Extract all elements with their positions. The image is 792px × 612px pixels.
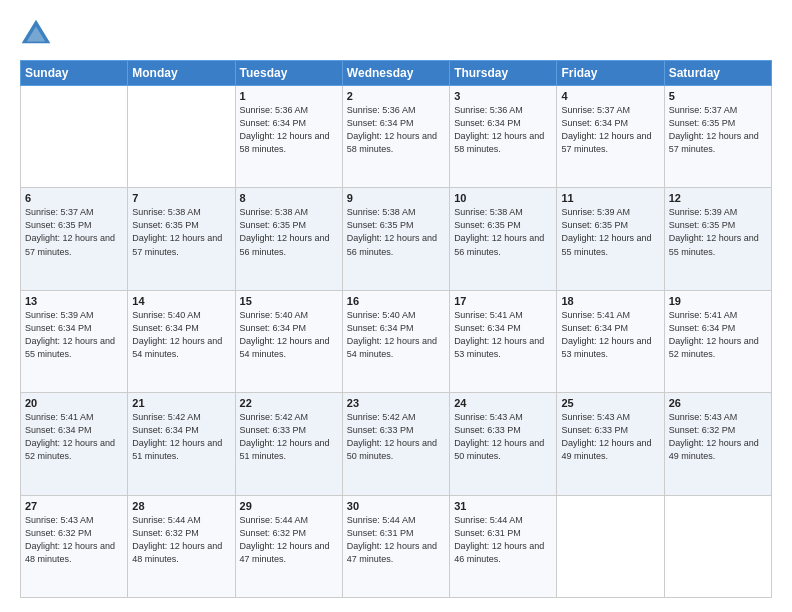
weekday-header-friday: Friday <box>557 61 664 86</box>
day-number: 19 <box>669 295 767 307</box>
day-cell: 25Sunrise: 5:43 AMSunset: 6:33 PMDayligh… <box>557 393 664 495</box>
logo-icon <box>20 18 52 50</box>
day-cell <box>21 86 128 188</box>
day-detail: Sunrise: 5:44 AMSunset: 6:32 PMDaylight:… <box>240 514 338 566</box>
day-number: 8 <box>240 192 338 204</box>
day-number: 6 <box>25 192 123 204</box>
day-cell: 23Sunrise: 5:42 AMSunset: 6:33 PMDayligh… <box>342 393 449 495</box>
day-number: 23 <box>347 397 445 409</box>
week-row-3: 13Sunrise: 5:39 AMSunset: 6:34 PMDayligh… <box>21 290 772 392</box>
day-cell: 16Sunrise: 5:40 AMSunset: 6:34 PMDayligh… <box>342 290 449 392</box>
day-cell: 27Sunrise: 5:43 AMSunset: 6:32 PMDayligh… <box>21 495 128 597</box>
day-number: 13 <box>25 295 123 307</box>
day-number: 3 <box>454 90 552 102</box>
day-detail: Sunrise: 5:43 AMSunset: 6:32 PMDaylight:… <box>669 411 767 463</box>
weekday-header-saturday: Saturday <box>664 61 771 86</box>
day-number: 7 <box>132 192 230 204</box>
week-row-1: 1Sunrise: 5:36 AMSunset: 6:34 PMDaylight… <box>21 86 772 188</box>
day-cell: 21Sunrise: 5:42 AMSunset: 6:34 PMDayligh… <box>128 393 235 495</box>
day-detail: Sunrise: 5:41 AMSunset: 6:34 PMDaylight:… <box>561 309 659 361</box>
day-number: 18 <box>561 295 659 307</box>
day-cell: 17Sunrise: 5:41 AMSunset: 6:34 PMDayligh… <box>450 290 557 392</box>
day-detail: Sunrise: 5:36 AMSunset: 6:34 PMDaylight:… <box>240 104 338 156</box>
calendar-table: SundayMondayTuesdayWednesdayThursdayFrid… <box>20 60 772 598</box>
day-number: 2 <box>347 90 445 102</box>
day-number: 5 <box>669 90 767 102</box>
day-detail: Sunrise: 5:37 AMSunset: 6:35 PMDaylight:… <box>25 206 123 258</box>
day-number: 15 <box>240 295 338 307</box>
day-number: 20 <box>25 397 123 409</box>
day-number: 22 <box>240 397 338 409</box>
day-detail: Sunrise: 5:39 AMSunset: 6:35 PMDaylight:… <box>561 206 659 258</box>
day-detail: Sunrise: 5:38 AMSunset: 6:35 PMDaylight:… <box>132 206 230 258</box>
day-number: 25 <box>561 397 659 409</box>
day-cell: 9Sunrise: 5:38 AMSunset: 6:35 PMDaylight… <box>342 188 449 290</box>
day-number: 17 <box>454 295 552 307</box>
day-detail: Sunrise: 5:44 AMSunset: 6:31 PMDaylight:… <box>347 514 445 566</box>
logo <box>20 18 56 50</box>
day-detail: Sunrise: 5:39 AMSunset: 6:34 PMDaylight:… <box>25 309 123 361</box>
day-cell: 28Sunrise: 5:44 AMSunset: 6:32 PMDayligh… <box>128 495 235 597</box>
day-cell: 31Sunrise: 5:44 AMSunset: 6:31 PMDayligh… <box>450 495 557 597</box>
weekday-header-wednesday: Wednesday <box>342 61 449 86</box>
day-number: 12 <box>669 192 767 204</box>
day-number: 29 <box>240 500 338 512</box>
day-number: 27 <box>25 500 123 512</box>
day-cell: 26Sunrise: 5:43 AMSunset: 6:32 PMDayligh… <box>664 393 771 495</box>
day-cell: 30Sunrise: 5:44 AMSunset: 6:31 PMDayligh… <box>342 495 449 597</box>
day-detail: Sunrise: 5:36 AMSunset: 6:34 PMDaylight:… <box>347 104 445 156</box>
day-detail: Sunrise: 5:43 AMSunset: 6:33 PMDaylight:… <box>561 411 659 463</box>
day-cell: 13Sunrise: 5:39 AMSunset: 6:34 PMDayligh… <box>21 290 128 392</box>
day-number: 4 <box>561 90 659 102</box>
day-detail: Sunrise: 5:38 AMSunset: 6:35 PMDaylight:… <box>347 206 445 258</box>
weekday-header-monday: Monday <box>128 61 235 86</box>
weekday-header-sunday: Sunday <box>21 61 128 86</box>
day-detail: Sunrise: 5:37 AMSunset: 6:35 PMDaylight:… <box>669 104 767 156</box>
day-detail: Sunrise: 5:42 AMSunset: 6:33 PMDaylight:… <box>240 411 338 463</box>
day-cell <box>128 86 235 188</box>
day-detail: Sunrise: 5:43 AMSunset: 6:32 PMDaylight:… <box>25 514 123 566</box>
page: SundayMondayTuesdayWednesdayThursdayFrid… <box>0 0 792 612</box>
day-cell: 12Sunrise: 5:39 AMSunset: 6:35 PMDayligh… <box>664 188 771 290</box>
day-cell: 2Sunrise: 5:36 AMSunset: 6:34 PMDaylight… <box>342 86 449 188</box>
day-detail: Sunrise: 5:44 AMSunset: 6:31 PMDaylight:… <box>454 514 552 566</box>
day-cell: 22Sunrise: 5:42 AMSunset: 6:33 PMDayligh… <box>235 393 342 495</box>
week-row-5: 27Sunrise: 5:43 AMSunset: 6:32 PMDayligh… <box>21 495 772 597</box>
day-number: 11 <box>561 192 659 204</box>
day-cell: 29Sunrise: 5:44 AMSunset: 6:32 PMDayligh… <box>235 495 342 597</box>
day-cell: 14Sunrise: 5:40 AMSunset: 6:34 PMDayligh… <box>128 290 235 392</box>
header <box>20 18 772 50</box>
day-cell: 19Sunrise: 5:41 AMSunset: 6:34 PMDayligh… <box>664 290 771 392</box>
day-number: 9 <box>347 192 445 204</box>
day-cell: 1Sunrise: 5:36 AMSunset: 6:34 PMDaylight… <box>235 86 342 188</box>
weekday-header-tuesday: Tuesday <box>235 61 342 86</box>
day-cell: 11Sunrise: 5:39 AMSunset: 6:35 PMDayligh… <box>557 188 664 290</box>
day-cell: 5Sunrise: 5:37 AMSunset: 6:35 PMDaylight… <box>664 86 771 188</box>
day-detail: Sunrise: 5:44 AMSunset: 6:32 PMDaylight:… <box>132 514 230 566</box>
day-detail: Sunrise: 5:38 AMSunset: 6:35 PMDaylight:… <box>454 206 552 258</box>
day-cell: 6Sunrise: 5:37 AMSunset: 6:35 PMDaylight… <box>21 188 128 290</box>
weekday-header-row: SundayMondayTuesdayWednesdayThursdayFrid… <box>21 61 772 86</box>
day-cell: 18Sunrise: 5:41 AMSunset: 6:34 PMDayligh… <box>557 290 664 392</box>
day-cell: 20Sunrise: 5:41 AMSunset: 6:34 PMDayligh… <box>21 393 128 495</box>
day-number: 26 <box>669 397 767 409</box>
day-number: 10 <box>454 192 552 204</box>
day-cell: 15Sunrise: 5:40 AMSunset: 6:34 PMDayligh… <box>235 290 342 392</box>
week-row-4: 20Sunrise: 5:41 AMSunset: 6:34 PMDayligh… <box>21 393 772 495</box>
day-detail: Sunrise: 5:42 AMSunset: 6:33 PMDaylight:… <box>347 411 445 463</box>
day-detail: Sunrise: 5:40 AMSunset: 6:34 PMDaylight:… <box>347 309 445 361</box>
day-cell <box>557 495 664 597</box>
day-number: 24 <box>454 397 552 409</box>
day-number: 30 <box>347 500 445 512</box>
day-cell: 4Sunrise: 5:37 AMSunset: 6:34 PMDaylight… <box>557 86 664 188</box>
day-detail: Sunrise: 5:40 AMSunset: 6:34 PMDaylight:… <box>240 309 338 361</box>
day-number: 31 <box>454 500 552 512</box>
day-cell: 24Sunrise: 5:43 AMSunset: 6:33 PMDayligh… <box>450 393 557 495</box>
day-detail: Sunrise: 5:37 AMSunset: 6:34 PMDaylight:… <box>561 104 659 156</box>
day-cell <box>664 495 771 597</box>
day-detail: Sunrise: 5:36 AMSunset: 6:34 PMDaylight:… <box>454 104 552 156</box>
day-number: 21 <box>132 397 230 409</box>
day-detail: Sunrise: 5:40 AMSunset: 6:34 PMDaylight:… <box>132 309 230 361</box>
day-number: 14 <box>132 295 230 307</box>
day-detail: Sunrise: 5:39 AMSunset: 6:35 PMDaylight:… <box>669 206 767 258</box>
